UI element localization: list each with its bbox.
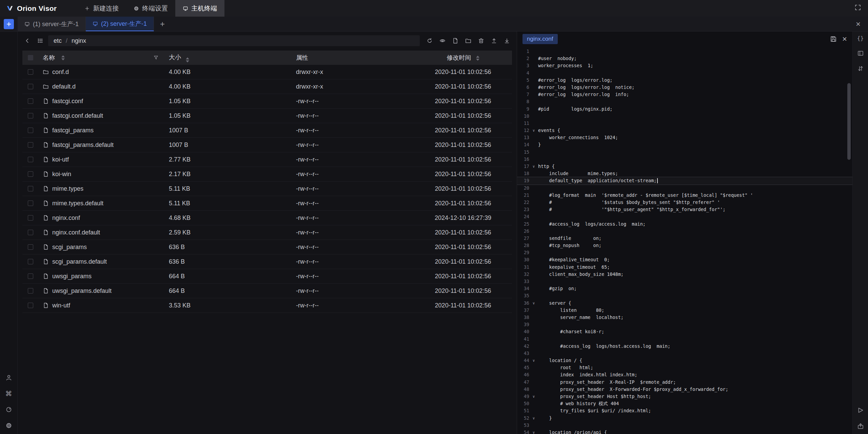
table-row[interactable]: koi-utf 2.77 KB -rw-r--r-- 2020-11-01 10… bbox=[22, 152, 512, 167]
table-row[interactable]: nginx.conf 4.68 KB -rw-r--r-- 2024-12-10… bbox=[22, 211, 512, 225]
row-checkbox[interactable] bbox=[28, 142, 33, 148]
refresh-icon[interactable] bbox=[425, 36, 435, 46]
panel-layout-icon[interactable] bbox=[856, 49, 865, 57]
row-checkbox[interactable] bbox=[28, 230, 33, 235]
new-folder-icon[interactable] bbox=[463, 36, 473, 46]
row-checkbox[interactable] bbox=[28, 288, 33, 294]
breadcrumb-segment-nginx[interactable]: nginx bbox=[72, 37, 86, 44]
row-checkbox[interactable] bbox=[28, 201, 33, 206]
row-checkbox[interactable] bbox=[28, 84, 33, 89]
fold-toggle-icon[interactable]: ∨ bbox=[529, 415, 538, 422]
fold-toggle-icon[interactable]: ∨ bbox=[529, 300, 538, 307]
row-checkbox[interactable] bbox=[28, 171, 33, 177]
editor-code[interactable]: 1 2 #user nobody; 3 worker_processes 1; … bbox=[517, 46, 852, 434]
file-name[interactable]: scgi_params.default bbox=[52, 258, 107, 265]
menu-item-host-terminal[interactable]: 主机终端 bbox=[175, 0, 224, 17]
row-checkbox[interactable] bbox=[28, 69, 33, 75]
row-checkbox[interactable] bbox=[28, 113, 33, 118]
file-name[interactable]: koi-utf bbox=[52, 156, 69, 163]
list-view-icon[interactable] bbox=[35, 36, 45, 46]
file-name[interactable]: nginx.conf bbox=[52, 214, 80, 222]
export-upload-icon[interactable] bbox=[856, 422, 865, 430]
add-tab-button[interactable]: + bbox=[154, 19, 171, 29]
table-row[interactable]: scgi_params 636 B -rw-r--r-- 2020-11-01 … bbox=[22, 240, 512, 254]
file-name[interactable]: fastcgi_params.default bbox=[52, 141, 114, 149]
row-checkbox[interactable] bbox=[28, 157, 33, 162]
menu-item-terminal-settings[interactable]: 终端设置 bbox=[126, 0, 175, 17]
row-checkbox[interactable] bbox=[28, 215, 33, 221]
file-name[interactable]: fastcgi_params bbox=[52, 127, 94, 134]
file-name[interactable]: nginx.conf.default bbox=[52, 229, 100, 236]
table-row[interactable]: fastcgi_params 1007 B -rw-r--r-- 2020-11… bbox=[22, 123, 512, 138]
fold-toggle-icon[interactable]: ∨ bbox=[529, 357, 538, 364]
user-icon[interactable] bbox=[5, 374, 13, 382]
breadcrumb-segment-etc[interactable]: etc bbox=[54, 37, 62, 44]
row-checkbox[interactable] bbox=[28, 98, 33, 104]
sort-mtime-icon[interactable] bbox=[476, 56, 479, 61]
upload-icon[interactable] bbox=[489, 36, 499, 46]
fold-toggle-icon[interactable]: ∨ bbox=[529, 163, 538, 170]
file-name[interactable]: koi-win bbox=[52, 171, 71, 178]
fold-toggle-icon[interactable]: ∨ bbox=[529, 127, 538, 134]
save-icon[interactable] bbox=[830, 36, 837, 42]
table-row[interactable]: uwsgi_params 664 B -rw-r--r-- 2020-11-01… bbox=[22, 269, 512, 284]
table-row[interactable]: uwsgi_params.default 664 B -rw-r--r-- 20… bbox=[22, 284, 512, 298]
menu-item-new-connection[interactable]: 新建连接 bbox=[77, 0, 126, 17]
show-hidden-eye-icon[interactable] bbox=[437, 36, 448, 46]
table-row[interactable]: conf.d 4.00 KB drwxr-xr-x 2020-11-01 10:… bbox=[22, 65, 512, 79]
table-row[interactable]: fastcgi_params.default 1007 B -rw-r--r--… bbox=[22, 138, 512, 152]
file-name[interactable]: mime.types.default bbox=[52, 200, 103, 207]
select-all-checkbox[interactable] bbox=[28, 55, 33, 60]
tab-server-2-active[interactable]: (2) server-生产-1 bbox=[86, 17, 154, 31]
row-checkbox[interactable] bbox=[28, 128, 33, 133]
filter-funnel-icon[interactable] bbox=[153, 55, 159, 60]
new-file-icon[interactable] bbox=[450, 36, 460, 46]
row-checkbox[interactable] bbox=[28, 273, 33, 279]
file-name[interactable]: default.d bbox=[52, 83, 76, 90]
editor-close-icon[interactable]: × bbox=[842, 34, 847, 44]
row-checkbox[interactable] bbox=[28, 186, 33, 191]
file-name[interactable]: mime.types bbox=[52, 185, 83, 192]
braces-json-icon[interactable]: {} bbox=[856, 34, 865, 42]
sort-name-icon[interactable] bbox=[61, 55, 65, 60]
row-checkbox[interactable] bbox=[28, 259, 33, 264]
code-line: 19 default_type application/octet-stream… bbox=[517, 177, 852, 184]
table-row[interactable]: koi-win 2.17 KB -rw-r--r-- 2020-11-01 10… bbox=[22, 167, 512, 182]
theme-icon[interactable] bbox=[5, 405, 13, 414]
fold-toggle-icon[interactable]: ∨ bbox=[529, 393, 538, 400]
fullscreen-icon[interactable] bbox=[854, 4, 861, 13]
file-name[interactable]: uwsgi_params.default bbox=[52, 287, 112, 295]
table-row[interactable]: mime.types 5.11 KB -rw-r--r-- 2020-11-01… bbox=[22, 182, 512, 196]
command-shortcut-icon[interactable]: ⌘ bbox=[5, 390, 13, 398]
editor-scrollbar[interactable] bbox=[847, 83, 851, 160]
row-checkbox[interactable] bbox=[28, 244, 33, 250]
column-attr-label: 属性 bbox=[296, 54, 308, 61]
table-row[interactable]: default.d 4.00 KB drwxr-xr-x 2020-11-01 … bbox=[22, 79, 512, 94]
file-name[interactable]: scgi_params bbox=[52, 244, 87, 251]
file-name[interactable]: fastcgi.conf bbox=[52, 98, 83, 105]
code-line: 42 #access_log logs/host.access.log main… bbox=[517, 343, 852, 350]
settings-gear-icon[interactable] bbox=[5, 421, 13, 430]
sort-size-icon[interactable] bbox=[186, 57, 189, 62]
swap-sort-icon[interactable] bbox=[856, 64, 865, 73]
close-panel-icon[interactable]: × bbox=[856, 19, 861, 29]
table-row[interactable]: scgi_params.default 636 B -rw-r--r-- 202… bbox=[22, 254, 512, 269]
editor-file-tab[interactable]: nginx.conf bbox=[522, 34, 558, 44]
file-name[interactable]: uwsgi_params bbox=[52, 273, 92, 280]
file-name[interactable]: conf.d bbox=[52, 69, 69, 76]
delete-icon[interactable] bbox=[476, 36, 486, 46]
table-row[interactable]: nginx.conf.default 2.59 KB -rw-r--r-- 20… bbox=[22, 225, 512, 240]
file-name[interactable]: win-utf bbox=[52, 302, 70, 309]
download-icon[interactable] bbox=[502, 36, 512, 46]
tab-server-1[interactable]: (1) server-生产-1 bbox=[18, 17, 86, 31]
table-row[interactable]: win-utf 3.53 KB -rw-r--r-- 2020-11-01 10… bbox=[22, 298, 512, 313]
fold-toggle-icon[interactable]: ∨ bbox=[529, 429, 538, 434]
table-row[interactable]: fastcgi.conf 1.05 KB -rw-r--r-- 2020-11-… bbox=[22, 94, 512, 109]
new-connection-button[interactable]: + bbox=[4, 19, 14, 29]
file-name[interactable]: fastcgi.conf.default bbox=[52, 112, 103, 119]
table-row[interactable]: mime.types.default 5.11 KB -rw-r--r-- 20… bbox=[22, 196, 512, 211]
back-icon[interactable] bbox=[22, 36, 33, 46]
send-command-icon[interactable] bbox=[856, 406, 865, 414]
row-checkbox[interactable] bbox=[28, 303, 33, 308]
table-row[interactable]: fastcgi.conf.default 1.05 KB -rw-r--r-- … bbox=[22, 109, 512, 123]
